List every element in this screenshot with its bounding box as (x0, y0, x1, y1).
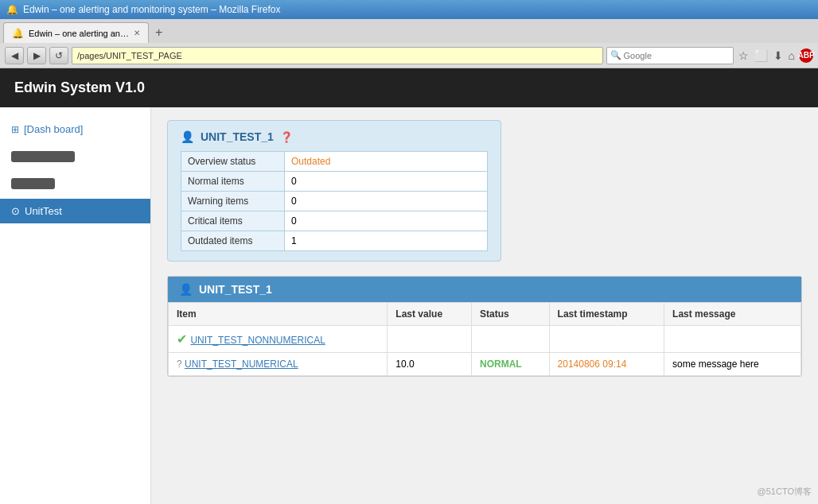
timestamp-cell (549, 326, 664, 353)
app-body: ⊞ [Dash board] ⊙ UnitTest 👤 UNIT_TEST_1 … (0, 107, 818, 504)
browser-toolbar: ◀ ▶ ↺ 🔍 ☆ ⬜ ⬇ ⌂ ABP (0, 43, 818, 68)
toolbar-icons: ☆ ⬜ ⬇ ⌂ ABP (737, 48, 813, 64)
item-name-link[interactable]: UNIT_TEST_NUMERICAL (185, 359, 298, 370)
items-column-header: Status (471, 303, 549, 326)
bookmark-icon[interactable]: ☆ (737, 48, 750, 64)
browser-titlebar: 🔔 Edwin – one alerting and monitoring sy… (0, 0, 818, 19)
status-row-label: Critical items (181, 211, 285, 231)
last-value-cell (388, 326, 472, 353)
app-title: Edwin System V1.0 (14, 79, 145, 95)
status-row-label: Warning items (181, 192, 285, 211)
search-icon: 🔍 (610, 50, 621, 60)
items-table: ItemLast valueStatusLast timestampLast m… (168, 302, 801, 376)
message-cell (664, 326, 801, 353)
status-card: 👤 UNIT_TEST_1 ❓ Overview statusOutdatedN… (167, 120, 501, 262)
items-column-header: Item (169, 303, 388, 326)
status-row-label: Overview status (181, 152, 285, 172)
sidebar-unittest-label: UnitTest (25, 205, 62, 217)
items-column-header: Last value (388, 303, 472, 326)
sidebar-redacted-1 (0, 145, 150, 169)
status-card-header: 👤 UNIT_TEST_1 ❓ (181, 130, 488, 143)
sidebar-item-unittest[interactable]: ⊙ UnitTest (0, 199, 150, 223)
redacted-bar-1 (11, 151, 75, 162)
sidebar-item-dashboard[interactable]: ⊞ [Dash board] (0, 117, 150, 142)
bookmark-filled-icon[interactable]: ⬜ (753, 48, 769, 64)
status-card-help-icon[interactable]: ❓ (280, 131, 293, 143)
forward-button[interactable]: ▶ (27, 47, 46, 64)
items-header: 👤 UNIT_TEST_1 (168, 277, 801, 302)
timestamp-cell: 20140806 09:14 (549, 353, 664, 376)
item-cell: ? UNIT_TEST_NUMERICAL (169, 353, 388, 376)
table-row: ? UNIT_TEST_NUMERICAL10.0NORMAL20140806 … (169, 353, 801, 376)
status-row-label: Outdated items (181, 231, 285, 251)
status-cell (471, 326, 549, 353)
question-icon: ? (177, 359, 185, 370)
status-row-value: 0 (285, 211, 488, 231)
tab-favicon: 🔔 (12, 28, 24, 39)
item-cell: ✔ UNIT_TEST_NONNUMERICAL (169, 326, 388, 353)
items-section-title: UNIT_TEST_1 (199, 283, 272, 296)
last-value-cell: 10.0 (388, 353, 472, 376)
sidebar-redacted-2 (0, 172, 150, 196)
watermark: @51CTO博客 (758, 486, 812, 498)
tab-label: Edwin – one alerting an… (29, 29, 129, 38)
status-table-row: Outdated items1 (181, 231, 488, 251)
sidebar-dashboard-label: [Dash board] (24, 123, 83, 135)
reload-button[interactable]: ↺ (49, 47, 68, 64)
addon-icon[interactable]: ABP (799, 48, 813, 63)
items-section: 👤 UNIT_TEST_1 ItemLast valueStatusLast t… (167, 276, 802, 377)
browser-title-text: Edwin – one alerting and monitoring syst… (23, 4, 280, 15)
item-name-link[interactable]: UNIT_TEST_NONNUMERICAL (190, 335, 325, 346)
status-row-label: Normal items (181, 172, 285, 192)
status-card-user-icon: 👤 (181, 130, 194, 143)
status-table-row: Overview statusOutdated (181, 152, 488, 172)
home-icon[interactable]: ⌂ (787, 48, 797, 64)
browser-tab-active[interactable]: 🔔 Edwin – one alerting an… ✕ (3, 22, 149, 43)
browser-title-icon: 🔔 (6, 4, 18, 15)
message-cell: some message here (664, 353, 801, 376)
app-header: Edwin System V1.0 (0, 68, 818, 107)
tab-close-button[interactable]: ✕ (134, 29, 140, 37)
download-icon[interactable]: ⬇ (772, 48, 785, 64)
search-input[interactable] (624, 51, 730, 60)
sidebar: ⊞ [Dash board] ⊙ UnitTest (0, 107, 151, 504)
status-table-row: Normal items0 (181, 172, 488, 192)
unittest-icon: ⊙ (11, 205, 20, 217)
status-row-value: 1 (285, 231, 488, 251)
check-icon: ✔ (177, 332, 190, 346)
items-column-header: Last message (664, 303, 801, 326)
table-row: ✔ UNIT_TEST_NONNUMERICAL (169, 326, 801, 353)
new-tab-button[interactable]: + (149, 22, 169, 43)
browser-tabs: 🔔 Edwin – one alerting an… ✕ + (0, 19, 818, 43)
back-button[interactable]: ◀ (5, 47, 24, 64)
status-cell: NORMAL (471, 353, 549, 376)
status-table-row: Critical items0 (181, 211, 488, 231)
items-column-header: Last timestamp (549, 303, 664, 326)
items-header-user-icon: 👤 (179, 283, 193, 296)
status-row-value: Outdated (285, 152, 488, 172)
status-table: Overview statusOutdatedNormal items0Warn… (181, 151, 488, 251)
items-table-header-row: ItemLast valueStatusLast timestampLast m… (169, 303, 801, 326)
main-content: 👤 UNIT_TEST_1 ❓ Overview statusOutdatedN… (151, 107, 818, 504)
address-bar[interactable] (72, 47, 603, 64)
status-row-value: 0 (285, 192, 488, 211)
status-row-value: 0 (285, 172, 488, 192)
status-card-title: UNIT_TEST_1 (201, 130, 274, 143)
redacted-bar-2 (11, 178, 55, 189)
status-table-row: Warning items0 (181, 192, 488, 211)
dashboard-grid-icon: ⊞ (11, 124, 19, 135)
